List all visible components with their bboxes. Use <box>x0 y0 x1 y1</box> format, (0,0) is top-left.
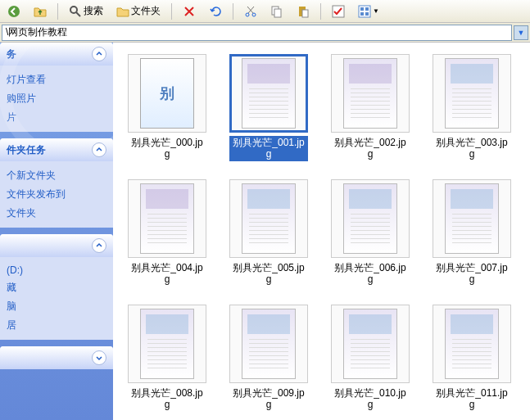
check-button[interactable] <box>328 2 349 20</box>
thumb-image[interactable] <box>128 305 206 383</box>
delete-button[interactable] <box>179 2 200 20</box>
delete-icon <box>183 5 196 18</box>
svg-rect-7 <box>302 10 308 17</box>
search-button[interactable]: 搜索 <box>65 2 107 20</box>
back-icon <box>7 5 20 18</box>
views-button[interactable]: ▼ <box>354 2 383 20</box>
thumb-label[interactable]: 别具光芒_005.jpg <box>229 261 308 287</box>
file-thumb[interactable]: 别具光芒_011.jpg <box>433 305 511 412</box>
thumb-label[interactable]: 别具光芒_010.jpg <box>331 386 410 412</box>
toolbar: 搜索 文件夹 ▼ <box>0 0 530 23</box>
paste-button[interactable] <box>292 2 314 20</box>
file-thumb[interactable]: 别具光芒_007.jpg <box>433 179 511 287</box>
undo-icon <box>209 5 222 18</box>
file-thumb[interactable]: 别别具光芒_000.jpg <box>128 54 206 161</box>
thumb-label[interactable]: 别具光芒_011.jpg <box>433 386 511 412</box>
place-link[interactable]: 藏 <box>7 278 106 297</box>
thumb-label[interactable]: 别具光芒_007.jpg <box>433 261 511 287</box>
back-button[interactable] <box>3 2 25 20</box>
folders-button[interactable]: 文件夹 <box>112 2 165 20</box>
up-button[interactable] <box>29 2 51 20</box>
file-thumb[interactable]: 别具光芒_004.jpg <box>128 179 206 287</box>
svg-rect-10 <box>360 7 364 11</box>
thumb-image[interactable] <box>128 179 206 258</box>
svg-rect-12 <box>360 12 364 16</box>
panel-title: 件夹任务 <box>7 143 46 157</box>
file-thumb[interactable]: 别具光芒_001.jpg <box>229 54 308 161</box>
thumb-image[interactable] <box>433 179 511 258</box>
address-path: \网页制作教程 <box>6 25 67 39</box>
task-link[interactable]: 文件夹发布到 <box>7 185 106 204</box>
svg-rect-11 <box>365 7 369 11</box>
folder-up-icon <box>34 5 47 18</box>
thumb-label[interactable]: 别具光芒_001.jpg <box>229 136 308 161</box>
svg-point-2 <box>246 13 249 16</box>
search-icon <box>69 5 82 18</box>
file-thumb[interactable]: 别具光芒_006.jpg <box>331 179 410 287</box>
tasks-panel-2: 件夹任务 个新文件夹 文件夹发布到 文件夹 <box>0 138 113 228</box>
file-thumb[interactable]: 别具光芒_009.jpg <box>229 305 308 412</box>
separator <box>57 3 58 20</box>
thumb-image[interactable] <box>433 305 511 383</box>
go-button[interactable]: ▼ <box>514 25 528 40</box>
file-thumb[interactable]: 别具光芒_002.jpg <box>331 54 410 161</box>
address-bar: \网页制作教程 ▼ <box>0 23 530 43</box>
thumb-image[interactable] <box>331 305 410 383</box>
thumb-image[interactable] <box>229 305 308 383</box>
paste-icon <box>297 5 310 18</box>
file-thumb[interactable]: 别具光芒_003.jpg <box>433 54 511 161</box>
thumb-image[interactable]: 别 <box>128 54 206 133</box>
place-link[interactable]: (D:) <box>7 262 106 278</box>
svg-rect-13 <box>365 12 369 16</box>
thumb-label[interactable]: 别具光芒_009.jpg <box>229 386 308 412</box>
panel-header[interactable] <box>0 234 113 257</box>
svg-point-3 <box>252 13 256 16</box>
svg-point-0 <box>8 6 20 17</box>
tasks-panel-3: (D:) 藏 脑 居 <box>0 234 113 340</box>
thumb-label[interactable]: 别具光芒_004.jpg <box>128 261 206 287</box>
panel-body: 个新文件夹 文件夹发布到 文件夹 <box>0 161 113 228</box>
collapse-icon[interactable] <box>92 142 106 157</box>
thumb-image[interactable] <box>433 54 511 133</box>
place-link[interactable]: 居 <box>7 316 106 335</box>
separator <box>171 3 172 20</box>
check-icon <box>332 5 345 18</box>
thumbnail-grid: 别别具光芒_000.jpg别具光芒_001.jpg别具光芒_002.jpg别具光… <box>128 54 530 420</box>
folder-icon <box>116 5 129 18</box>
copy-icon <box>270 5 283 18</box>
thumb-image[interactable] <box>229 54 308 133</box>
address-input[interactable]: \网页制作教程 <box>2 25 512 41</box>
task-link[interactable]: 个新文件夹 <box>7 166 106 185</box>
panel-header[interactable] <box>0 346 113 369</box>
thumb-image[interactable] <box>229 179 308 258</box>
file-thumb[interactable]: 别具光芒_005.jpg <box>229 179 308 287</box>
content-area[interactable]: 别别具光芒_000.jpg别具光芒_001.jpg别具光芒_002.jpg别具光… <box>113 43 530 420</box>
tasks-panel-1: 务 灯片查看 购照片 片 <box>0 43 113 132</box>
copy-button[interactable] <box>266 2 288 20</box>
thumb-label[interactable]: 别具光芒_002.jpg <box>331 136 410 161</box>
sidebar: 务 灯片查看 购照片 片 件夹任务 个新文件夹 文件夹发布到 文件夹 (D:) … <box>0 43 113 420</box>
folders-label: 文件夹 <box>131 4 161 18</box>
place-link[interactable]: 脑 <box>7 297 106 316</box>
thumb-label[interactable]: 别具光芒_003.jpg <box>433 136 511 161</box>
views-icon <box>358 5 371 18</box>
thumb-label[interactable]: 别具光芒_006.jpg <box>331 261 410 287</box>
thumb-image[interactable] <box>331 179 410 258</box>
thumb-label[interactable]: 别具光芒_008.jpg <box>128 386 206 412</box>
svg-rect-5 <box>274 9 281 17</box>
cut-button[interactable] <box>240 2 261 20</box>
panel-header[interactable]: 件夹任务 <box>0 138 113 161</box>
dropdown-arrow-icon: ▼ <box>373 7 379 15</box>
thumb-label[interactable]: 别具光芒_000.jpg <box>128 136 206 161</box>
file-thumb[interactable]: 别具光芒_010.jpg <box>331 305 410 412</box>
separator <box>320 3 321 20</box>
undo-button[interactable] <box>205 2 226 20</box>
task-link[interactable]: 文件夹 <box>7 204 106 223</box>
collapse-icon[interactable] <box>92 238 106 253</box>
cut-icon <box>244 5 257 18</box>
expand-icon[interactable] <box>92 350 106 365</box>
file-thumb[interactable]: 别具光芒_008.jpg <box>128 305 206 412</box>
svg-point-1 <box>70 7 77 13</box>
tasks-panel-4 <box>0 346 113 369</box>
thumb-image[interactable] <box>331 54 410 133</box>
